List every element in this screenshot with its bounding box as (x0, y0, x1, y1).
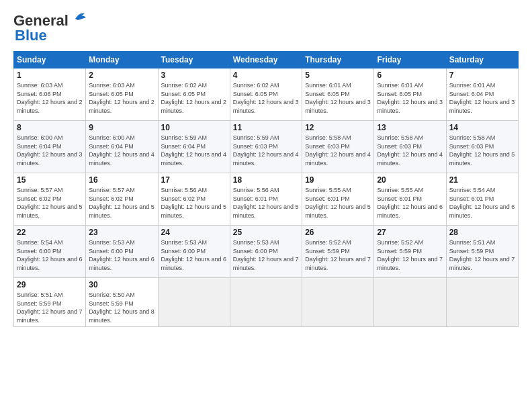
day-number: 10 (161, 123, 227, 132)
day-number: 5 (305, 71, 371, 80)
day-info: Sunrise: 5:56 AMSunset: 6:02 PMDaylight:… (161, 187, 227, 219)
day-info: Sunrise: 5:50 AMSunset: 5:59 PMDaylight:… (89, 291, 154, 324)
day-number: 13 (377, 123, 443, 132)
table-row: 23 Sunrise: 5:53 AMSunset: 6:00 PMDaylig… (86, 226, 158, 278)
table-row: 29 Sunrise: 5:51 AMSunset: 5:59 PMDaylig… (14, 278, 86, 327)
day-info: Sunrise: 5:53 AMSunset: 6:00 PMDaylight:… (233, 239, 299, 271)
table-row: 9 Sunrise: 6:00 AMSunset: 6:04 PMDayligh… (86, 121, 158, 173)
table-row (230, 278, 302, 327)
day-number: 18 (233, 175, 299, 185)
day-info: Sunrise: 5:51 AMSunset: 5:59 PMDaylight:… (449, 239, 515, 271)
logo: General Blue (13, 12, 89, 44)
col-sunday: Sunday (14, 52, 86, 68)
day-number: 24 (161, 228, 227, 237)
day-info: Sunrise: 5:57 AMSunset: 6:02 PMDaylight:… (89, 187, 154, 219)
table-row: 1 Sunrise: 6:03 AMSunset: 6:06 PMDayligh… (14, 68, 86, 121)
table-row: 28 Sunrise: 5:51 AMSunset: 5:59 PMDaylig… (446, 226, 518, 278)
week-row-5: 29 Sunrise: 5:51 AMSunset: 5:59 PMDaylig… (14, 278, 519, 327)
day-info: Sunrise: 5:54 AMSunset: 6:00 PMDaylight:… (17, 239, 83, 271)
day-info: Sunrise: 6:01 AMSunset: 6:05 PMDaylight:… (305, 82, 371, 114)
table-row: 24 Sunrise: 5:53 AMSunset: 6:00 PMDaylig… (158, 226, 230, 278)
day-info: Sunrise: 5:52 AMSunset: 5:59 PMDaylight:… (377, 239, 443, 271)
day-info: Sunrise: 5:57 AMSunset: 6:02 PMDaylight:… (17, 187, 83, 219)
day-info: Sunrise: 6:00 AMSunset: 6:04 PMDaylight:… (89, 134, 154, 167)
table-row: 22 Sunrise: 5:54 AMSunset: 6:00 PMDaylig… (14, 226, 86, 278)
table-row: 5 Sunrise: 6:01 AMSunset: 6:05 PMDayligh… (302, 68, 374, 121)
day-info: Sunrise: 6:01 AMSunset: 6:05 PMDaylight:… (377, 82, 443, 114)
week-row-4: 22 Sunrise: 5:54 AMSunset: 6:00 PMDaylig… (14, 226, 519, 278)
day-info: Sunrise: 5:55 AMSunset: 6:01 PMDaylight:… (305, 187, 371, 219)
day-info: Sunrise: 6:03 AMSunset: 6:06 PMDaylight:… (17, 82, 83, 114)
day-number: 11 (233, 123, 299, 132)
table-row: 7 Sunrise: 6:01 AMSunset: 6:04 PMDayligh… (446, 68, 518, 121)
day-info: Sunrise: 6:02 AMSunset: 6:05 PMDaylight:… (233, 82, 299, 114)
day-number: 20 (377, 175, 443, 185)
day-number: 27 (377, 228, 443, 237)
table-row: 17 Sunrise: 5:56 AMSunset: 6:02 PMDaylig… (158, 173, 230, 226)
header: General Blue (13, 12, 519, 44)
day-number: 1 (17, 71, 83, 80)
day-info: Sunrise: 6:02 AMSunset: 6:05 PMDaylight:… (161, 82, 227, 114)
day-number: 16 (89, 175, 154, 185)
table-row: 8 Sunrise: 6:00 AMSunset: 6:04 PMDayligh… (14, 121, 86, 173)
day-number: 15 (17, 175, 83, 185)
table-row: 19 Sunrise: 5:55 AMSunset: 6:01 PMDaylig… (302, 173, 374, 226)
col-wednesday: Wednesday (230, 52, 302, 68)
col-saturday: Saturday (446, 52, 518, 68)
col-monday: Monday (86, 52, 158, 68)
day-info: Sunrise: 5:58 AMSunset: 6:03 PMDaylight:… (449, 134, 515, 167)
day-number: 23 (89, 228, 154, 237)
day-number: 6 (377, 71, 443, 80)
table-row: 2 Sunrise: 6:03 AMSunset: 6:05 PMDayligh… (86, 68, 158, 121)
day-number: 17 (161, 175, 227, 185)
page: General Blue Sunday Monday Tuesday Wedne… (0, 0, 532, 411)
day-info: Sunrise: 5:53 AMSunset: 6:00 PMDaylight:… (89, 239, 154, 271)
table-row: 15 Sunrise: 5:57 AMSunset: 6:02 PMDaylig… (14, 173, 86, 226)
day-number: 3 (161, 71, 227, 80)
table-row: 4 Sunrise: 6:02 AMSunset: 6:05 PMDayligh… (230, 68, 302, 121)
logo-bird-icon (70, 11, 89, 26)
table-row: 25 Sunrise: 5:53 AMSunset: 6:00 PMDaylig… (230, 226, 302, 278)
day-number: 21 (449, 175, 515, 185)
col-tuesday: Tuesday (158, 52, 230, 68)
table-row: 30 Sunrise: 5:50 AMSunset: 5:59 PMDaylig… (86, 278, 158, 327)
table-row: 16 Sunrise: 5:57 AMSunset: 6:02 PMDaylig… (86, 173, 158, 226)
day-info: Sunrise: 5:59 AMSunset: 6:04 PMDaylight:… (161, 134, 227, 167)
day-number: 19 (305, 175, 371, 185)
day-number: 8 (17, 123, 83, 132)
day-info: Sunrise: 5:55 AMSunset: 6:01 PMDaylight:… (377, 187, 443, 219)
day-info: Sunrise: 5:51 AMSunset: 5:59 PMDaylight:… (17, 291, 83, 324)
day-number: 29 (17, 280, 83, 289)
day-number: 26 (305, 228, 371, 237)
table-row: 21 Sunrise: 5:54 AMSunset: 6:01 PMDaylig… (446, 173, 518, 226)
week-row-1: 1 Sunrise: 6:03 AMSunset: 6:06 PMDayligh… (14, 68, 519, 121)
table-row: 27 Sunrise: 5:52 AMSunset: 5:59 PMDaylig… (374, 226, 446, 278)
table-row: 6 Sunrise: 6:01 AMSunset: 6:05 PMDayligh… (374, 68, 446, 121)
table-row: 10 Sunrise: 5:59 AMSunset: 6:04 PMDaylig… (158, 121, 230, 173)
day-info: Sunrise: 6:01 AMSunset: 6:04 PMDaylight:… (449, 82, 515, 114)
day-number: 9 (89, 123, 154, 132)
day-info: Sunrise: 5:56 AMSunset: 6:01 PMDaylight:… (233, 187, 299, 219)
day-number: 2 (89, 71, 154, 80)
week-row-3: 15 Sunrise: 5:57 AMSunset: 6:02 PMDaylig… (14, 173, 519, 226)
day-number: 14 (449, 123, 515, 132)
calendar-table: Sunday Monday Tuesday Wednesday Thursday… (13, 51, 519, 327)
table-row: 14 Sunrise: 5:58 AMSunset: 6:03 PMDaylig… (446, 121, 518, 173)
col-friday: Friday (374, 52, 446, 68)
table-row: 11 Sunrise: 5:59 AMSunset: 6:03 PMDaylig… (230, 121, 302, 173)
table-row: 3 Sunrise: 6:02 AMSunset: 6:05 PMDayligh… (158, 68, 230, 121)
table-row: 12 Sunrise: 5:58 AMSunset: 6:03 PMDaylig… (302, 121, 374, 173)
table-row (302, 278, 374, 327)
day-info: Sunrise: 6:00 AMSunset: 6:04 PMDaylight:… (17, 134, 83, 167)
table-row: 13 Sunrise: 5:58 AMSunset: 6:03 PMDaylig… (374, 121, 446, 173)
logo-blue: Blue (15, 27, 47, 44)
day-number: 12 (305, 123, 371, 132)
table-row (446, 278, 518, 327)
day-number: 25 (233, 228, 299, 237)
table-row (374, 278, 446, 327)
day-info: Sunrise: 5:58 AMSunset: 6:03 PMDaylight:… (377, 134, 443, 167)
day-info: Sunrise: 6:03 AMSunset: 6:05 PMDaylight:… (89, 82, 154, 114)
table-row: 18 Sunrise: 5:56 AMSunset: 6:01 PMDaylig… (230, 173, 302, 226)
day-info: Sunrise: 5:58 AMSunset: 6:03 PMDaylight:… (305, 134, 371, 167)
day-number: 7 (449, 71, 515, 80)
